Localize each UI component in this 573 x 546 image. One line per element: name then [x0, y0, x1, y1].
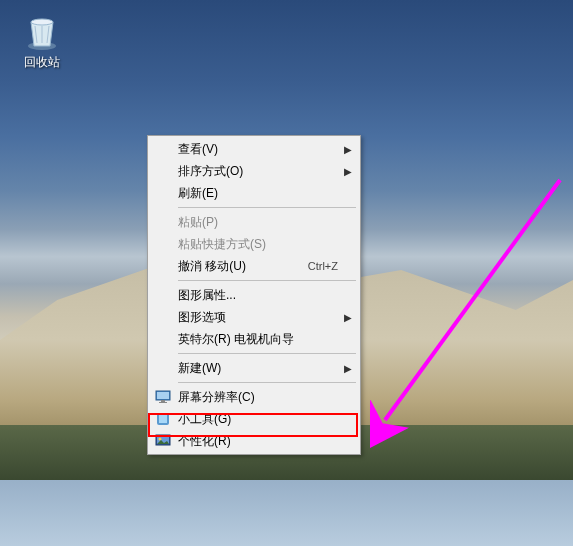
svg-point-10: [159, 438, 162, 441]
menu-item-9[interactable]: 图形选项▶: [150, 306, 358, 328]
monitor-icon: [155, 389, 171, 405]
menu-item-15[interactable]: 小工具(G): [150, 408, 358, 430]
menu-separator: [178, 382, 356, 383]
desktop-wallpaper[interactable]: 回收站 查看(V)▶排序方式(O)▶刷新(E)粘贴(P)粘贴快捷方式(S)撤消 …: [0, 0, 573, 546]
menu-item-label: 查看(V): [178, 141, 218, 158]
menu-item-label: 粘贴(P): [178, 214, 218, 231]
menu-item-label: 小工具(G): [178, 411, 231, 428]
menu-item-label: 排序方式(O): [178, 163, 243, 180]
gadget-icon: [155, 411, 171, 427]
recycle-bin-label: 回收站: [24, 54, 60, 71]
chevron-right-icon: ▶: [344, 166, 352, 177]
chevron-right-icon: ▶: [344, 312, 352, 323]
menu-separator: [178, 353, 356, 354]
menu-separator: [178, 280, 356, 281]
wallpaper-water: [0, 480, 573, 546]
svg-point-1: [31, 19, 53, 25]
chevron-right-icon: ▶: [344, 144, 352, 155]
menu-item-16[interactable]: 个性化(R): [150, 430, 358, 452]
svg-rect-4: [161, 400, 165, 402]
menu-item-1[interactable]: 排序方式(O)▶: [150, 160, 358, 182]
menu-item-6[interactable]: 撤消 移动(U)Ctrl+Z: [150, 255, 358, 277]
recycle-bin-icon[interactable]: 回收站: [12, 10, 72, 71]
menu-item-label: 英特尔(R) 电视机向导: [178, 331, 294, 348]
menu-item-4: 粘贴(P): [150, 211, 358, 233]
menu-item-14[interactable]: 屏幕分辨率(C): [150, 386, 358, 408]
svg-rect-5: [159, 402, 167, 403]
menu-item-label: 图形属性...: [178, 287, 236, 304]
menu-item-label: 个性化(R): [178, 433, 231, 450]
svg-rect-7: [159, 415, 167, 423]
menu-separator: [178, 207, 356, 208]
menu-item-12[interactable]: 新建(W)▶: [150, 357, 358, 379]
menu-item-label: 刷新(E): [178, 185, 218, 202]
chevron-right-icon: ▶: [344, 363, 352, 374]
menu-item-0[interactable]: 查看(V)▶: [150, 138, 358, 160]
trash-icon: [21, 10, 63, 52]
personalize-icon: [155, 433, 171, 449]
menu-item-8[interactable]: 图形属性...: [150, 284, 358, 306]
menu-item-label: 粘贴快捷方式(S): [178, 236, 266, 253]
desktop-context-menu: 查看(V)▶排序方式(O)▶刷新(E)粘贴(P)粘贴快捷方式(S)撤消 移动(U…: [147, 135, 361, 455]
menu-item-label: 新建(W): [178, 360, 221, 377]
menu-item-5: 粘贴快捷方式(S): [150, 233, 358, 255]
menu-item-10[interactable]: 英特尔(R) 电视机向导: [150, 328, 358, 350]
menu-item-label: 图形选项: [178, 309, 226, 326]
menu-item-label: 撤消 移动(U): [178, 258, 246, 275]
menu-item-label: 屏幕分辨率(C): [178, 389, 255, 406]
menu-shortcut: Ctrl+Z: [308, 260, 338, 272]
menu-item-2[interactable]: 刷新(E): [150, 182, 358, 204]
svg-rect-3: [157, 392, 169, 399]
